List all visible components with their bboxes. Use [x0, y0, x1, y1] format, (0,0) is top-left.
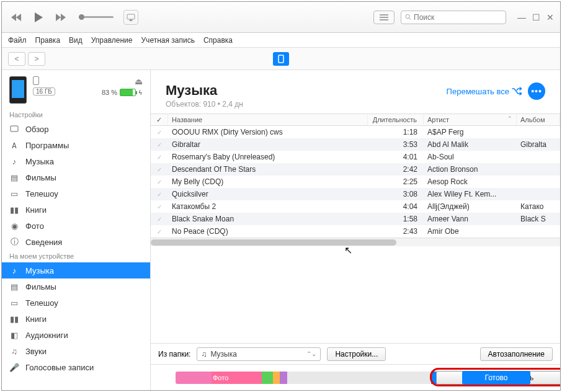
table-row[interactable]: ✓Rosemary's Baby (Unreleased)4:01Ab-Soul — [151, 151, 560, 163]
table-row[interactable]: ✓Black Snake Moan1:58Ameer VannBlack S — [151, 213, 560, 225]
sidebar-item-d-music[interactable]: ♪Музыка — [2, 262, 150, 278]
volume-slider[interactable] — [79, 16, 114, 18]
row-name: Black Snake Moan — [168, 213, 368, 225]
device-toggle-button[interactable] — [273, 52, 289, 66]
sidebar-item-info[interactable]: ⓘСведения — [2, 234, 150, 250]
row-name: Катакомбы 2 — [168, 200, 368, 213]
sidebar-item-label: Звуки — [25, 347, 47, 356]
table-row[interactable]: ✓Gibraltar3:53Abd Al MalikGibralta — [151, 138, 560, 151]
music-note-icon: ♫ — [201, 350, 207, 359]
sidebar-item-music[interactable]: ♪Музыка — [2, 153, 150, 169]
row-check[interactable]: ✓ — [151, 127, 168, 138]
eject-button[interactable]: ⏏ — [135, 76, 143, 86]
table-row[interactable]: ✓No Peace (CDQ)2:43Amir Obe — [151, 225, 560, 238]
sidebar-item-label: Аудиокниги — [25, 331, 68, 340]
row-duration: 4:01 — [368, 151, 424, 163]
sidebar-item-d-tv[interactable]: ▭Телешоу — [2, 295, 150, 311]
maximize-button[interactable]: ☐ — [532, 12, 540, 22]
next-button[interactable] — [53, 9, 69, 25]
sidebar-item-label: Фильмы — [25, 282, 56, 292]
minimize-button[interactable]: — — [517, 12, 526, 22]
row-check[interactable]: ✓ — [151, 177, 168, 187]
list-view-button[interactable] — [373, 11, 395, 24]
row-check[interactable]: ✓ — [151, 164, 168, 175]
sidebar-item-movies[interactable]: ▤Фильмы — [2, 169, 150, 185]
device-header: 16 ГБ ⏏ 83 % ϟ — [2, 70, 150, 109]
table-row[interactable]: ✓Quicksilver3:08Alex Wiley Ft. Kem... — [151, 188, 560, 200]
charging-icon: ϟ — [138, 89, 143, 96]
table-row[interactable]: ✓Descendant Of The Stars2:42Action Brons… — [151, 163, 560, 176]
col-artist[interactable]: Артист — [424, 114, 517, 125]
apps-icon: A — [9, 140, 19, 150]
row-check[interactable]: ✓ — [151, 140, 168, 150]
row-check[interactable]: ✓ — [151, 226, 168, 237]
sidebar-item-photos[interactable]: ◉Фото — [2, 218, 150, 234]
info-icon: ⓘ — [9, 237, 19, 247]
row-artist: Ab-Soul — [424, 151, 517, 163]
search-input[interactable] — [401, 11, 506, 24]
previous-button[interactable] — [8, 9, 24, 25]
sidebar-item-d-voice[interactable]: 🎤Голосовые записи — [2, 359, 150, 375]
row-artist: Action Bronson — [424, 163, 517, 176]
sidebar-item-apps[interactable]: AПрограммы — [2, 137, 150, 153]
sidebar-item-label: Программы — [25, 141, 69, 150]
sidebar-item-d-movies[interactable]: ▤Фильмы — [2, 278, 150, 295]
row-album: Black S — [517, 213, 560, 225]
autofill-button[interactable]: Автозаполнение — [480, 347, 553, 361]
menu-файл[interactable]: Файл — [8, 36, 27, 45]
play-button[interactable] — [30, 9, 47, 25]
row-album: Катако — [517, 200, 560, 213]
horizontal-scrollbar[interactable] — [151, 238, 560, 246]
sidebar-item-label: Обзор — [25, 125, 49, 134]
col-name[interactable]: Название — [168, 114, 368, 125]
sidebar-item-tv[interactable]: ▭Телешоу — [2, 185, 150, 202]
chevron-updown-icon: ⌃⌄ — [306, 350, 316, 357]
table-row[interactable]: ✓Катакомбы 24:04Allj(Элджей)Катако — [151, 200, 560, 213]
more-button[interactable]: ••• — [528, 82, 545, 100]
row-check[interactable]: ✓ — [151, 189, 168, 200]
col-duration[interactable]: Длительность — [368, 114, 424, 125]
row-artist: A$AP Ferg — [424, 126, 517, 138]
done-button[interactable]: Готово — [462, 371, 530, 385]
menu-учетная запись[interactable]: Учетная запись — [141, 36, 195, 45]
sidebar-item-label: Голосовые записи — [25, 363, 94, 372]
close-button[interactable]: ✕ — [546, 12, 554, 22]
menu-правка[interactable]: Правка — [35, 36, 61, 45]
col-check[interactable]: ✓ — [151, 114, 168, 125]
sidebar-item-label: Книги — [25, 314, 47, 324]
folder-settings-button[interactable]: Настройки... — [327, 347, 386, 361]
row-check[interactable]: ✓ — [151, 152, 168, 163]
row-check[interactable]: ✓ — [151, 202, 168, 212]
folder-select[interactable]: ♫ Музыка ⌃⌄ — [197, 347, 321, 361]
sidebar-item-d-audiobooks[interactable]: ◧Аудиокниги — [2, 327, 150, 343]
nav-forward-button[interactable]: > — [28, 52, 45, 66]
shuffle-all-link[interactable]: Перемешать все — [447, 87, 522, 96]
folder-prefix: Из папки: — [158, 350, 190, 359]
airplay-button[interactable] — [123, 10, 138, 25]
main-panel: Музыка Объектов: 910 • 2,4 дн Перемешать… — [151, 70, 560, 390]
search-icon — [405, 14, 411, 20]
sidebar-item-d-books[interactable]: ▮▮Книги — [2, 311, 150, 327]
sidebar-item-books[interactable]: ▮▮Книги — [2, 202, 150, 218]
music-icon: ♪ — [9, 156, 19, 166]
table-row[interactable]: ✓My Belly (CDQ)2:25Aesop Rock — [151, 176, 560, 188]
row-check[interactable]: ✓ — [151, 214, 168, 225]
sidebar-item-overview[interactable]: Обзор — [2, 121, 150, 137]
songs-table: ✓ Название Длительность Артист Альбом ✓O… — [151, 114, 560, 343]
titlebar: — ☐ ✕ — [2, 2, 560, 33]
nav-back-button[interactable]: < — [8, 52, 25, 66]
folder-bar: Из папки: ♫ Музыка ⌃⌄ Настройки... Автоз… — [151, 343, 560, 364]
overview-icon — [9, 124, 19, 134]
bottom-bar: Фото Синхронизировать Готово — [151, 364, 560, 390]
menu-управление[interactable]: Управление — [91, 36, 133, 45]
page-subtitle: Объектов: 910 • 2,4 дн — [166, 100, 243, 109]
sidebar-item-d-tones[interactable]: ♫Звуки — [2, 343, 150, 359]
table-row[interactable]: ✓OOOUU RMX (Dirty Version) cws1:18A$AP F… — [151, 126, 560, 138]
search-field[interactable] — [414, 13, 502, 22]
d-audiobooks-icon: ◧ — [9, 330, 19, 340]
row-album — [517, 180, 560, 184]
menu-справка[interactable]: Справка — [203, 36, 233, 45]
menu-вид[interactable]: Вид — [69, 36, 83, 45]
col-album[interactable]: Альбом — [517, 114, 560, 125]
d-voice-icon: 🎤 — [9, 362, 19, 372]
